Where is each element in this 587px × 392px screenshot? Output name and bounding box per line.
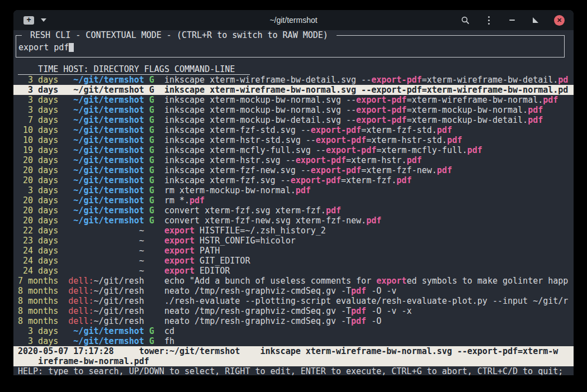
history-row[interactable]: 19 days ~/git/termshot G inkscape xterm-… xyxy=(13,145,574,155)
history-row[interactable]: 8 months dell:~/git/resh neato /tmp/resh… xyxy=(13,286,574,296)
close-button[interactable]: ✕ xyxy=(554,15,565,26)
history-row[interactable]: 24 days ~ export EDITOR xyxy=(13,266,574,276)
history-row[interactable]: 10 days ~/git/termshot G inkscape xterm-… xyxy=(13,135,574,145)
status-line-2: ireframe-bw-normal.pdf xyxy=(13,356,574,366)
history-row[interactable]: 8 months dell:~/git/resh neato /tmp/resh… xyxy=(13,306,574,316)
minimize-button[interactable] xyxy=(507,15,517,25)
search-icon[interactable] xyxy=(460,15,470,25)
status-bar: 2020-05-07 17:17:28 tower:~/git/termshot… xyxy=(13,346,574,366)
history-table-header: TIME HOST: DIRECTORY FLAGS COMMAND-LINE xyxy=(18,64,250,75)
history-row[interactable]: 20 days ~/git/termshot G convert xterm-f… xyxy=(13,216,574,226)
search-box: RESH CLI - CONTEXTUAL MODE - (CTRL+R to … xyxy=(16,35,565,58)
new-tab-icon[interactable] xyxy=(23,16,34,25)
terminal-content: RESH CLI - CONTEXTUAL MODE - (CTRL+R to … xyxy=(13,35,574,375)
search-box-legend: RESH CLI - CONTEXTUAL MODE - (CTRL+R to … xyxy=(22,30,337,40)
history-row[interactable]: 20 days ~/git/termshot G rm *.pdf xyxy=(13,195,574,205)
history-row[interactable]: 22 days ~ export HISTFILE=~/.zsh_history… xyxy=(13,226,574,236)
history-row[interactable]: 10 days ~/git/termshot G inkscape xterm-… xyxy=(13,125,574,135)
history-row[interactable]: 24 days ~ export PATH xyxy=(13,246,574,256)
history-row-selected[interactable]: 3 days ~/git/termshot G inkscape xterm-w… xyxy=(13,85,574,95)
restore-button[interactable] xyxy=(531,15,541,25)
menu-kebab-icon[interactable] xyxy=(484,15,494,25)
titlebar: ~/git/termshot ✕ xyxy=(13,10,574,30)
history-row[interactable]: 20 days ~/git/termshot G convert xterm-f… xyxy=(13,205,574,216)
status-line-1: 2020-05-07 17:17:28 tower:~/git/termshot… xyxy=(13,346,574,356)
history-row[interactable]: 3 days ~/git/termshot G inkscape xterm-w… xyxy=(13,75,574,85)
chevron-down-icon[interactable] xyxy=(41,18,46,22)
history-row[interactable]: 20 days ~/git/termshot G inkscape xterm-… xyxy=(13,175,574,185)
history-row[interactable]: 8 months dell:~/git/resh neato /tmp/resh… xyxy=(13,316,574,326)
history-row[interactable]: 7 days ~/git/termshot G inkscape xterm-m… xyxy=(13,115,574,125)
history-row[interactable]: 23 days ~ export HSTR_CONFIG=hicolor xyxy=(13,236,574,246)
history-row[interactable]: 3 days ~/git/termshot G rm xterm-mockup-… xyxy=(13,185,574,195)
history-row[interactable]: 24 days ~ export GIT_EDITOR xyxy=(13,256,574,266)
history-row[interactable]: 3 days ~/git/termshot G inkscape xterm-m… xyxy=(13,105,574,115)
history-row[interactable]: 20 days ~/git/termshot G inkscape xterm-… xyxy=(13,155,574,165)
history-row[interactable]: 20 days ~/git/termshot G inkscape xterm-… xyxy=(13,165,574,175)
terminal-window: ~/git/termshot ✕ RESH CLI - CONTEXTUAL M… xyxy=(13,10,574,375)
history-row[interactable]: 8 months dell:~/git/resh ./resh-evaluate… xyxy=(13,296,574,306)
text-cursor xyxy=(69,43,74,52)
history-row[interactable]: 3 days ~/git/termshot G fh xyxy=(13,336,574,346)
history-row[interactable]: 7 months dell:~/git/resh echo "Add a bun… xyxy=(13,276,574,286)
help-bar: HELP: type to search, UP/DOWN to select,… xyxy=(13,366,574,375)
history-row[interactable]: 3 days ~/git/termshot G cd xyxy=(13,326,574,336)
history-row[interactable]: 3 days ~/git/termshot G inkscape xterm-m… xyxy=(13,95,574,105)
search-query: export pdf xyxy=(18,42,69,52)
history-list: 3 days ~/git/termshot G inkscape xterm-w… xyxy=(13,75,574,346)
search-input[interactable]: export pdf xyxy=(18,42,74,52)
